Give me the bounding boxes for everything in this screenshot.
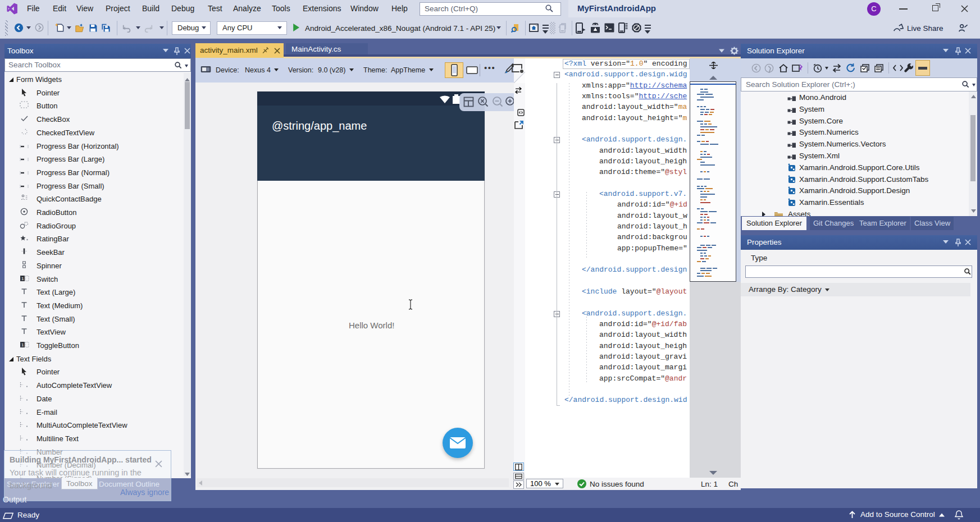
svg-text:1: 1 [21, 342, 24, 347]
svg-text:1: 1 [21, 276, 24, 281]
